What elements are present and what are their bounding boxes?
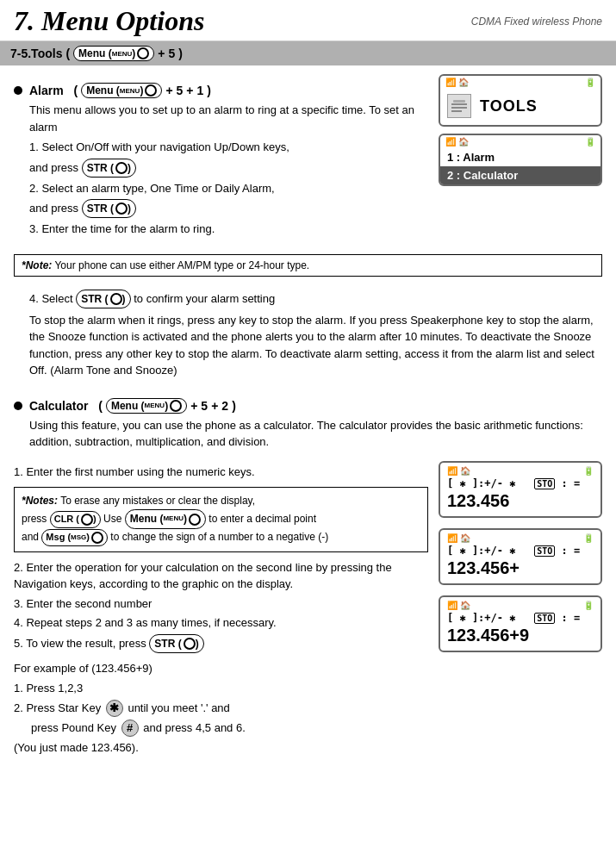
msg-circle [91, 532, 103, 544]
notes-text2-pre: press [22, 513, 50, 525]
alarm-menu-item2: 2 : Calculator [440, 166, 600, 184]
alarm-step4-block: 4. Select STR () to confirm your alarm s… [14, 283, 602, 386]
calc-main-block: 1. Enter the first number using the nume… [14, 461, 602, 759]
alarm-step1: 1. Select On/Off with your navigation Up… [29, 139, 428, 156]
alarm-title: Alarm ( Menu (MENU) + 5 + 1 ) [29, 83, 428, 98]
alarm-bullet: Alarm ( Menu (MENU) + 5 + 1 ) This menu … [14, 83, 428, 240]
notes-label: *Notes: [22, 495, 58, 507]
alarm-title-row: Alarm ( Menu (MENU) + 5 + 1 ) This menu … [29, 83, 428, 240]
alarm-menu-item1: 1 : Alarm [440, 148, 600, 166]
calc-menu-key: Menu (MENU) [106, 398, 187, 414]
calc-screen3: 📶 🏠 🔋 [ ✱ ]:+/- ✱ STO : = 123.456+9 [439, 595, 602, 652]
calc-step3: 3. Enter the second number [14, 595, 428, 613]
svg-rect-2 [451, 110, 462, 112]
notes-text1: To erase any mistakes or clear the displ… [60, 495, 255, 507]
clr-circle [81, 514, 93, 526]
note-text: Your phone can use either AM/PM type or … [54, 259, 309, 271]
alarm-str-circle1 [115, 162, 128, 174]
alarm-step1b: and press STR () [29, 159, 428, 178]
tools-label: TOOLS [480, 97, 538, 115]
calc-ex2: 2. Press Star Key ✱ until you meet '.' a… [14, 700, 428, 717]
alarm-phone-status1: 📶 🏠 🔋 [440, 76, 600, 89]
alarm-step3: 3. Enter the time for the alarm to ring. [29, 221, 428, 238]
tools-icon-box [447, 94, 471, 118]
menu-key-section: Menu (MENU) [73, 46, 154, 61]
msg-key: Msg (MSG) [41, 529, 108, 546]
alarm-str-key3: STR () [76, 290, 130, 308]
alarm-step4-row: 4. Select STR () to confirm your alarm s… [29, 290, 602, 308]
calc-bullet-dot [14, 402, 22, 410]
main-content: Alarm ( Menu (MENU) + 5 + 1 ) This menu … [0, 65, 616, 767]
alarm-step4-cont: To stop the alarm when it rings, press a… [29, 312, 602, 379]
alarm-phone-screen1: 📶 🏠 🔋 [439, 74, 602, 127]
calc-step1: 1. Enter the first number using the nume… [14, 464, 428, 481]
clr-key: CLR () [50, 511, 101, 528]
alarm-step2: 2. Select an alarm type, One Time or Dai… [29, 180, 428, 197]
calc-str-circle [184, 638, 196, 650]
alarm-section: Alarm ( Menu (MENU) + 5 + 1 ) This menu … [14, 74, 602, 247]
alarm-phone-screen2: 📶 🏠 🔋 1 : Alarm 2 : Calculator [439, 134, 602, 186]
calc-title-block: Calculator ( Menu (MENU) + 5 + 2 ) Using… [29, 398, 602, 454]
svg-rect-3 [453, 100, 465, 103]
page-subtitle: CDMA Fixed wireless Phone [471, 16, 602, 28]
calc-step5: 5. To view the result, press STR () [14, 634, 428, 653]
alarm-phone-status2: 📶 🏠 🔋 [440, 135, 600, 148]
alarm-str-key1: STR () [82, 159, 136, 178]
svg-rect-0 [451, 103, 467, 105]
calc-step4: 4. Repeat steps 2 and 3 as many times, i… [14, 614, 428, 632]
calc-example-title: For example of (123.456+9) [14, 660, 428, 677]
calculator-bullet: Calculator ( Menu (MENU) + 5 + 2 ) Using… [14, 398, 602, 454]
alarm-str-circle3 [110, 293, 122, 305]
calc-circle-icon [170, 400, 182, 412]
page-title: 7. Menu Options [14, 5, 204, 37]
calc-screens-col: 📶 🏠 🔋 [ ✱ ]:+/- ✱ STO : = 123.456 [439, 461, 602, 659]
circle-icon-section [137, 47, 149, 59]
hash-key-icon: # [121, 720, 139, 737]
calc-screen1-value: 123.456 [447, 491, 594, 511]
calc-str-key: STR () [149, 634, 203, 653]
notes-text3-pre: and [22, 531, 41, 543]
calc-step2: 2. Enter the operation for your calculat… [14, 559, 428, 593]
calc-text-col: 1. Enter the first number using the nume… [14, 461, 428, 759]
alarm-str-key2: STR () [82, 199, 136, 218]
star-key-icon: ✱ [106, 700, 123, 717]
calc-screen3-formula: [ ✱ ]:+/- ✱ STO : = [447, 612, 594, 624]
notes-menu-circle [189, 514, 201, 526]
note-label: *Note: [22, 259, 52, 271]
section-header: 7-5.Tools ( Menu (MENU) + 5 ) [0, 41, 616, 65]
calc-ex2b: press Pound Key # and press 4,5 and 6. [14, 720, 428, 737]
calc-screen2-formula: [ ✱ ]:+/- ✱ STO : = [447, 545, 594, 557]
tools-svg-icon [450, 97, 469, 115]
alarm-bullet-dot [14, 86, 22, 95]
calc-screen3-value: 123.456+9 [447, 626, 594, 645]
alarm-step2b: and press STR () [29, 199, 428, 218]
calc-example-block: For example of (123.456+9) 1. Press 1,2,… [14, 660, 428, 757]
alarm-circle-icon [145, 84, 157, 97]
calc-ex3: (You just made 123.456). [14, 739, 428, 757]
calc-screen1: 📶 🏠 🔋 [ ✱ ]:+/- ✱ STO : = 123.456 [439, 461, 602, 518]
alarm-description: This menu allows you to set up to an ala… [29, 102, 428, 135]
calc-notes-box: *Notes: To erase any mistakes or clear t… [14, 487, 428, 552]
calc-screen1-formula: [ ✱ ]:+/- ✱ STO : = [447, 477, 594, 489]
calc-screen2: 📶 🏠 🔋 [ ✱ ]:+/- ✱ STO : = 123.456+ [439, 528, 602, 585]
calc-description: Using this feature, you can use the phon… [29, 417, 602, 451]
alarm-menu-key: Menu (MENU) [81, 83, 162, 98]
notes-menu-key: Menu (MENU) [125, 509, 206, 529]
calc-screen2-value: 123.456+ [447, 558, 594, 578]
calc-ex1: 1. Press 1,2,3 [14, 680, 428, 697]
notes-text3-post: to change the sign of a number to a nega… [110, 531, 328, 543]
page-header: 7. Menu Options CDMA Fixed wireless Phon… [0, 0, 616, 41]
section-label: 7-5.Tools [10, 47, 62, 60]
alarm-str-circle2 [115, 202, 128, 215]
calculator-section: Calculator ( Menu (MENU) + 5 + 2 ) Using… [14, 398, 602, 759]
alarm-text-col: Alarm ( Menu (MENU) + 5 + 1 ) This menu … [14, 74, 428, 247]
svg-rect-1 [451, 107, 467, 109]
alarm-note-box: *Note: Your phone can use either AM/PM t… [14, 254, 602, 277]
alarm-phone-col: 📶 🏠 🔋 [439, 74, 602, 193]
calc-title-row: Calculator ( Menu (MENU) + 5 + 2 ) [29, 398, 602, 414]
